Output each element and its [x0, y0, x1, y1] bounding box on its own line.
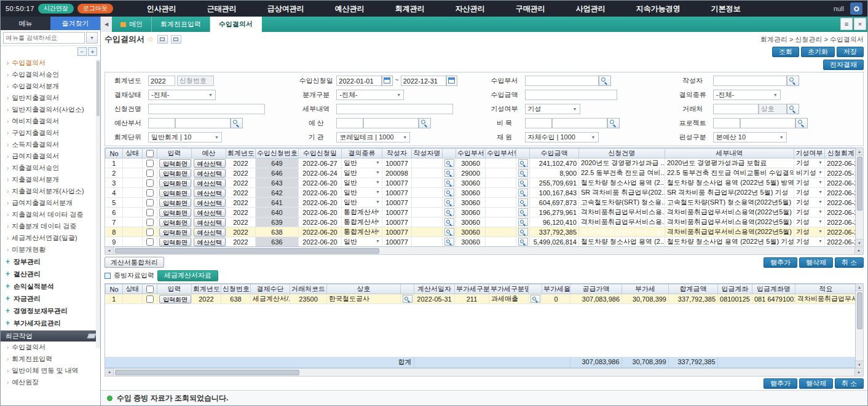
- table-row[interactable]: 8 입력화면 예산선택 2022 638 2022-06-20 ▼통합계산서: [106, 227, 856, 237]
- search-icon[interactable]: [518, 228, 528, 236]
- sidebar-item[interactable]: › 지출결의서승인: [1, 162, 100, 174]
- search-icon[interactable]: [607, 118, 620, 128]
- scrollbar-thumb[interactable]: [115, 370, 299, 375]
- scrollbar-thumb[interactable]: [97, 61, 100, 116]
- recent-item[interactable]: › 회계전표입력: [1, 353, 100, 365]
- done-select[interactable]: ▼기성: [794, 158, 825, 168]
- calendar-icon[interactable]: [382, 76, 393, 86]
- kind-select[interactable]: ▼일반: [342, 188, 382, 198]
- fund-select[interactable]: 자체수입 | 1000▼: [525, 132, 599, 142]
- detail-input[interactable]: [336, 104, 453, 114]
- budget-select-button[interactable]: 예산선택: [194, 179, 226, 187]
- sidebar-item[interactable]: › 구입지출결의서: [1, 127, 100, 139]
- sidebar-group[interactable]: + 자금관리: [1, 292, 100, 305]
- vendor-type-input[interactable]: [759, 104, 787, 114]
- scroll-up-icon[interactable]: ▲: [856, 284, 863, 291]
- sidebar-item[interactable]: › 일반지출결의서(사업소): [1, 104, 100, 115]
- reset-button[interactable]: 초기화: [801, 47, 835, 57]
- scrollbar-thumb[interactable]: [857, 292, 862, 329]
- grid2-vertical-scrollbar[interactable]: ▲ ▼: [856, 283, 864, 369]
- search-icon[interactable]: [531, 295, 540, 303]
- save-button[interactable]: 저장: [837, 47, 864, 57]
- search-icon[interactable]: [419, 118, 431, 128]
- kind-select[interactable]: ▼통합계산서: [342, 227, 382, 237]
- done-select[interactable]: ▼기성: [794, 237, 825, 247]
- row-checkbox[interactable]: [146, 295, 154, 303]
- item-name-input[interactable]: [552, 118, 607, 128]
- search-button[interactable]: 조회: [772, 47, 799, 57]
- search-icon[interactable]: [518, 159, 528, 167]
- kind-select[interactable]: ▼통합계산서: [342, 217, 382, 227]
- sidebar-item[interactable]: › 지출분개 데이터 검증: [1, 221, 100, 232]
- done-select[interactable]: ▼비기성: [794, 168, 825, 178]
- budget-dept-name-input[interactable]: [175, 118, 231, 128]
- row-checkbox[interactable]: [146, 179, 154, 187]
- input-screen-button[interactable]: 입력화면: [159, 179, 191, 187]
- sidebar-item[interactable]: › 미분개현황: [1, 244, 100, 256]
- top-menu-item[interactable]: 급상여관리: [252, 4, 320, 14]
- scrollbar-thumb[interactable]: [857, 157, 862, 211]
- journal-type-select[interactable]: -전체-▼: [336, 90, 404, 100]
- row-checkbox[interactable]: [146, 199, 154, 206]
- agency-select[interactable]: 코레일테크 | 1000▼: [336, 132, 410, 142]
- project-code-input[interactable]: [713, 118, 740, 128]
- search-icon[interactable]: [444, 228, 454, 236]
- sidebar-item[interactable]: › 지출결의서분개: [1, 174, 100, 185]
- kind-select[interactable]: ▼일반: [342, 237, 382, 247]
- search-icon[interactable]: [231, 118, 243, 128]
- sidebar-item[interactable]: › 급여지출결의서: [1, 150, 100, 162]
- search-icon[interactable]: [787, 76, 799, 86]
- tab-list-button[interactable]: ≡: [840, 18, 853, 30]
- popup-window-icon[interactable]: [171, 35, 181, 44]
- sidebar-item[interactable]: › 수입결의서승인: [1, 69, 100, 80]
- row-checkbox[interactable]: [146, 170, 154, 177]
- input-screen-button[interactable]: 입력화면: [159, 295, 191, 303]
- sidebar-scrollbar[interactable]: [96, 60, 100, 348]
- sidebar-tab-favorites[interactable]: 즐겨찾기: [50, 17, 100, 30]
- budget-code-input[interactable]: [336, 118, 363, 128]
- input-screen-button[interactable]: 입력화면: [159, 198, 191, 207]
- table-row[interactable]: 2 입력화면 예산선택 2022 646 2022-06-24 ▼일반: [106, 168, 856, 178]
- sidebar-item[interactable]: › 수입결의서: [1, 57, 100, 69]
- sidebar-item[interactable]: › 급여지출결의서분개: [1, 197, 100, 209]
- document-tab[interactable]: 메인: [112, 17, 152, 32]
- grid2-horizontal-scrollbar[interactable]: ◄ ►: [105, 369, 864, 377]
- search-icon[interactable]: [403, 295, 412, 303]
- done-select[interactable]: ▼기성: [794, 188, 825, 198]
- kind-select[interactable]: ▼일반: [342, 198, 382, 208]
- select-all-checkbox[interactable]: [146, 286, 154, 293]
- input-screen-button[interactable]: 입력화면: [159, 159, 191, 168]
- request-title-input[interactable]: [148, 104, 265, 114]
- table-row[interactable]: 3 입력화면 예산선택 2022 643 2022-06-20 ▼일반: [106, 178, 856, 188]
- input-screen-button[interactable]: 입력화면: [159, 238, 191, 246]
- budget-select-button[interactable]: 예산선택: [194, 218, 226, 227]
- kind-select[interactable]: ▼일반: [342, 158, 382, 168]
- row-checkbox[interactable]: [146, 209, 154, 216]
- sidebar-group[interactable]: + 장부관리: [1, 256, 100, 268]
- scroll-left-icon[interactable]: ◄: [105, 369, 114, 376]
- table-row[interactable]: 6 입력화면 예산선택 2022 640 2022-06-20 ▼통합계산서: [106, 208, 856, 217]
- top-menu-item[interactable]: 인사관리: [132, 4, 192, 14]
- sidebar-group[interactable]: + 손익실적분석: [1, 280, 100, 292]
- search-icon[interactable]: [518, 218, 528, 226]
- input-screen-button[interactable]: 입력화면: [159, 208, 191, 217]
- scroll-down-icon[interactable]: ▼: [856, 361, 863, 368]
- cancel-button[interactable]: 취 소: [835, 378, 864, 389]
- done-select[interactable]: ▼기성: [794, 227, 825, 237]
- expand-all-button[interactable]: +: [88, 47, 97, 56]
- clear-history-icon[interactable]: [87, 334, 97, 338]
- sidebar-item[interactable]: › 수입결의서분개: [1, 80, 100, 92]
- fiscal-year-input[interactable]: [148, 76, 175, 86]
- screen-capture-icon[interactable]: [157, 35, 168, 44]
- settings-button[interactable]: [850, 2, 862, 15]
- top-menu-item[interactable]: 사업관리: [561, 4, 621, 14]
- calendar-icon[interactable]: [446, 76, 457, 86]
- done-select[interactable]: ▼기성: [794, 178, 825, 188]
- search-icon[interactable]: [518, 169, 528, 177]
- grid1-vertical-scrollbar[interactable]: ▲ ▼: [856, 147, 864, 247]
- merge-invoice-button[interactable]: 계산서통합처리: [105, 257, 164, 268]
- search-icon[interactable]: [444, 208, 454, 216]
- search-icon[interactable]: [444, 189, 454, 197]
- search-icon[interactable]: [444, 169, 454, 177]
- search-icon[interactable]: [518, 179, 528, 187]
